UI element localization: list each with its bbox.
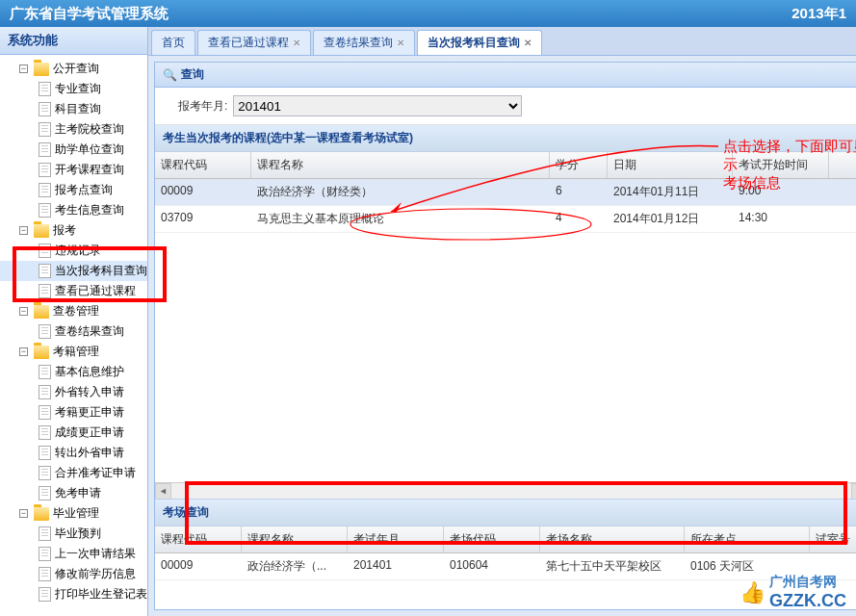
tree-item[interactable]: 当次报考科目查询 (0, 261, 147, 281)
tree-group[interactable]: −查卷管理 (0, 301, 147, 321)
tab[interactable]: 首页 (151, 30, 195, 55)
tree-group[interactable]: −考籍管理 (0, 342, 147, 362)
close-icon[interactable]: ✕ (397, 38, 404, 48)
page-icon (39, 324, 51, 339)
close-icon[interactable]: ✕ (524, 38, 532, 48)
page-icon (39, 526, 51, 541)
page-icon (39, 446, 51, 460)
col2-loc[interactable]: 所在考点 (685, 526, 810, 552)
tree-item[interactable]: 专业查询 (0, 79, 147, 99)
tree-item[interactable]: 修改前学历信息 (0, 564, 147, 584)
col2-seat[interactable]: 试室号 (810, 526, 856, 552)
page-icon (39, 567, 51, 581)
watermark: 👍 广州自考网 GZZK.CC (739, 574, 846, 611)
tree-item[interactable]: 免考申请 (0, 483, 147, 503)
page-icon (39, 142, 51, 157)
tree-item[interactable]: 考籍更正申请 (0, 402, 147, 423)
tree-item[interactable]: 查看已通过课程 (0, 281, 147, 301)
col-course-name[interactable]: 课程名称 (251, 152, 550, 178)
grid1-title: 考生当次报考的课程(选中某一课程查看考场试室) (155, 125, 856, 152)
col2-vname[interactable]: 考场名称 (540, 526, 685, 552)
sidebar: 系统功能 −公开查询专业查询科目查询主考院校查询助学单位查询开考课程查询报考点查… (0, 27, 148, 616)
venue-grid: 课程代码 课程名称 考试年月 考场代码 考场名称 所在考点 试室号 00009政… (155, 526, 856, 580)
col2-name[interactable]: 课程名称 (242, 526, 348, 552)
toggle-icon[interactable]: − (19, 509, 28, 518)
scroll-left-icon[interactable]: ◄ (155, 483, 171, 500)
table-row[interactable]: 03709马克思主义基本原理概论42014年01月12日14:30 (155, 206, 856, 233)
horizontal-scrollbar[interactable]: ◄ ► (155, 482, 856, 499)
page-icon (39, 122, 51, 137)
toggle-icon[interactable]: − (19, 347, 28, 356)
page-icon (39, 163, 51, 177)
tab[interactable]: 查卷结果查询✕ (313, 30, 415, 55)
col-course-code[interactable]: 课程代码 (155, 152, 251, 178)
page-icon (39, 284, 51, 298)
tree-item[interactable]: 毕业预判 (0, 524, 147, 544)
tab[interactable]: 查看已通过课程✕ (197, 30, 311, 55)
tree-item[interactable]: 成绩更正申请 (0, 423, 147, 443)
page-icon (39, 425, 51, 440)
page-icon (39, 365, 51, 379)
tab[interactable]: 当次报考科目查询✕ (417, 30, 542, 55)
tree-item[interactable]: 助学单位查询 (0, 140, 147, 160)
page-icon (39, 466, 51, 480)
exam-month-select[interactable]: 201401 (233, 95, 522, 116)
tree-item[interactable]: 打印毕业生登记表 (0, 584, 147, 604)
col2-code[interactable]: 课程代码 (155, 526, 242, 552)
col-time[interactable]: 考试开始时间 (733, 152, 829, 178)
tree-item[interactable]: 开考课程查询 (0, 160, 147, 180)
tree-item[interactable]: 主考院校查询 (0, 119, 147, 140)
folder-icon (34, 305, 49, 319)
page-icon (39, 203, 51, 218)
tree-item[interactable]: 查卷结果查询 (0, 321, 147, 342)
app-title: 广东省自学考试管理系统 (10, 0, 169, 27)
tree-item[interactable]: 报考点查询 (0, 180, 147, 200)
close-icon[interactable]: ✕ (293, 38, 300, 48)
tree-item[interactable]: 违规记录 (0, 241, 147, 261)
folder-icon (34, 346, 49, 359)
course-grid: 课程代码 课程名称 学分 日期 考试开始时间 00009政治经济学（财经类）62… (155, 152, 856, 233)
tree-group[interactable]: −公开查询 (0, 59, 147, 79)
tree-item[interactable]: 科目查询 (0, 99, 147, 119)
tree-item[interactable]: 外省转入申请 (0, 382, 147, 402)
col2-vcode[interactable]: 考场代码 (444, 526, 540, 552)
page-icon (39, 102, 51, 116)
page-icon (39, 405, 51, 420)
thumb-icon: 👍 (739, 580, 765, 605)
tree-item[interactable]: 基本信息维护 (0, 362, 147, 382)
search-icon: 🔍 (163, 68, 177, 82)
scroll-right-icon[interactable]: ► (851, 483, 856, 500)
col-date[interactable]: 日期 (608, 152, 733, 178)
tree-item[interactable]: 上一次申请结果 (0, 544, 147, 564)
tab-bar: 首页查看已通过课程✕查卷结果查询✕当次报考科目查询✕ (148, 27, 856, 56)
table-row[interactable]: 00009政治经济学（财经类）62014年01月11日9:00 (155, 179, 856, 206)
tree-group[interactable]: −报考 (0, 220, 147, 241)
page-icon (39, 547, 51, 561)
sidebar-title: 系统功能 (0, 27, 147, 55)
folder-icon (34, 507, 49, 521)
folder-icon (34, 224, 49, 238)
exam-month-label: 报考年月: (178, 98, 227, 115)
query-panel-header: 🔍 查询 (155, 63, 856, 88)
nav-tree: −公开查询专业查询科目查询主考院校查询助学单位查询开考课程查询报考点查询考生信息… (0, 55, 147, 616)
folder-icon (34, 63, 49, 76)
tree-item[interactable]: 转出外省申请 (0, 443, 147, 463)
tree-item[interactable]: 考生信息查询 (0, 200, 147, 220)
page-icon (39, 183, 51, 197)
toggle-icon[interactable]: − (19, 226, 28, 235)
grid2-title: 考场查询 (155, 500, 856, 526)
header-date: 2013年1 (791, 0, 846, 27)
col2-year[interactable]: 考试年月 (348, 526, 444, 552)
tree-group[interactable]: −毕业管理 (0, 503, 147, 524)
page-icon (39, 264, 51, 278)
page-icon (39, 385, 51, 399)
col-credit[interactable]: 学分 (550, 152, 608, 178)
toggle-icon[interactable]: − (19, 307, 28, 316)
page-icon (39, 244, 51, 258)
page-icon (39, 587, 51, 602)
page-icon (39, 486, 51, 500)
toggle-icon[interactable]: − (19, 64, 28, 73)
page-icon (39, 82, 51, 96)
tree-item[interactable]: 合并准考证申请 (0, 463, 147, 483)
